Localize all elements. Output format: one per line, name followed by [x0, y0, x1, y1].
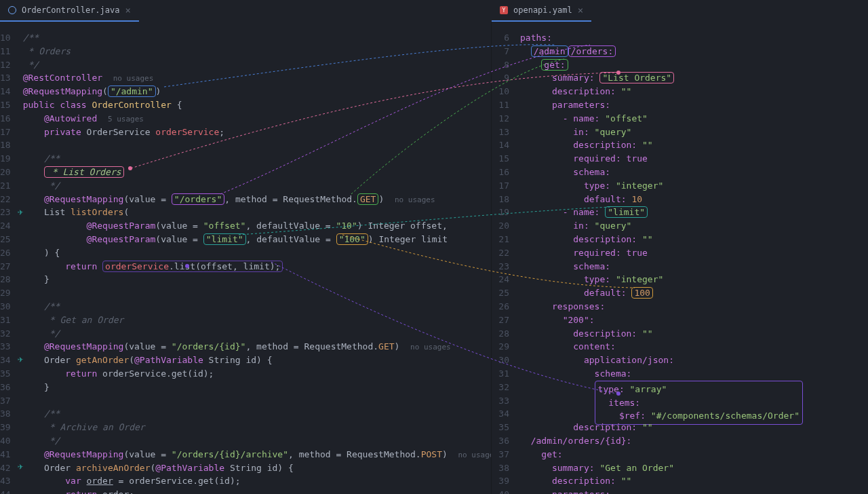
tab-yaml-label: openapi.yaml — [513, 5, 572, 15]
gutter-right: 6789101112131415161718192021222324252627… — [492, 22, 520, 494]
editors: ✈ ✈ ✈ 1011121314151617181920212223242526… — [0, 22, 868, 494]
close-icon[interactable]: × — [578, 5, 583, 16]
tab-java-label: OrderController.java — [22, 5, 120, 15]
java-file-icon — [8, 6, 16, 14]
editor-right[interactable]: 6789101112131415161718192021222324252627… — [492, 22, 868, 494]
tabs-row: OrderController.java × Y openapi.yaml × — [0, 0, 868, 22]
gutter-left: ✈ ✈ ✈ 1011121314151617181920212223242526… — [0, 22, 23, 494]
code-left[interactable]: /** * Orders */@RestController no usages… — [23, 22, 492, 494]
code-right[interactable]: paths: /admin/orders: get: summary: "Lis… — [520, 22, 868, 494]
editor-left[interactable]: ✈ ✈ ✈ 1011121314151617181920212223242526… — [0, 22, 492, 494]
tab-java[interactable]: OrderController.java × — [0, 0, 139, 22]
tab-yaml[interactable]: Y openapi.yaml × — [492, 0, 591, 22]
close-icon[interactable]: × — [125, 5, 131, 16]
yaml-file-icon: Y — [500, 6, 508, 14]
